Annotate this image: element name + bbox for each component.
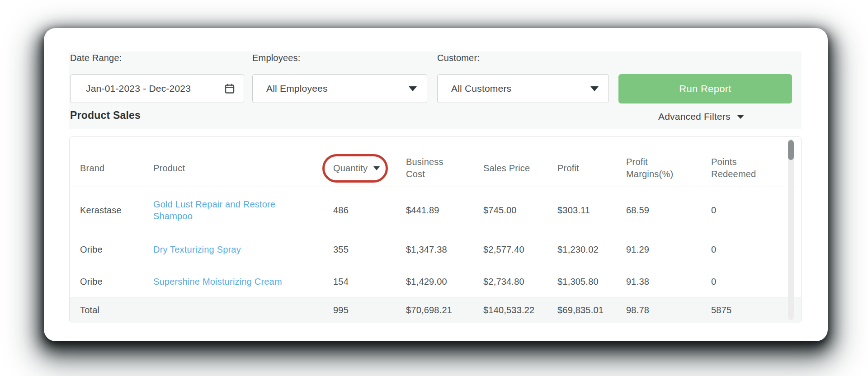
- column-header-sales-price: Sales Price: [483, 162, 557, 174]
- column-header-quantity: Quantity: [333, 162, 406, 174]
- table-scrollbar-thumb[interactable]: [788, 140, 794, 160]
- cell-sales-price: $2,734.80: [483, 276, 557, 287]
- table-row: Oribe Supershine Moisturizing Cream 154 …: [70, 266, 801, 297]
- advanced-filters-toggle[interactable]: Advanced Filters: [658, 111, 744, 122]
- page-title: Product Sales: [70, 109, 141, 122]
- cell-sales-price: $2,577.40: [483, 244, 557, 255]
- chevron-down-icon: [409, 86, 417, 91]
- cell-points-redeemed: 0: [711, 204, 780, 216]
- calendar-icon[interactable]: [225, 83, 235, 94]
- table-scrollbar-track[interactable]: [788, 139, 794, 320]
- cell-points-redeemed: 0: [711, 276, 780, 287]
- cell-quantity: 154: [333, 276, 406, 287]
- table-total-row: Total 995 $70,698.21 $140,533.22 $69,835…: [70, 297, 801, 323]
- cell-profit-margins: 91.29: [626, 244, 711, 255]
- cell-business-cost: $1,429.00: [406, 276, 483, 287]
- total-label: Total: [80, 304, 153, 316]
- cell-profit-margins: 68.59: [626, 204, 711, 216]
- employees-group: Employees: All Employees: [252, 53, 427, 103]
- column-header-profit: Profit: [557, 162, 626, 174]
- cell-profit: $1,230.02: [557, 244, 626, 255]
- quantity-sort-control[interactable]: Quantity: [333, 162, 380, 174]
- date-range-group: Date Range: Jan-01-2023 - Dec-2023: [70, 53, 244, 103]
- total-points-redeemed: 5875: [711, 304, 780, 316]
- total-business-cost: $70,698.21: [406, 304, 483, 316]
- quantity-header-label: Quantity: [333, 162, 368, 174]
- customer-group: Customer: All Customers: [437, 53, 609, 103]
- date-range-label: Date Range:: [70, 53, 244, 65]
- customer-select[interactable]: All Customers: [437, 74, 609, 103]
- cell-profit: $303.11: [557, 204, 626, 216]
- column-header-brand: Brand: [80, 162, 153, 174]
- run-report-button[interactable]: Run Report: [618, 74, 792, 103]
- cell-brand: Oribe: [80, 276, 153, 287]
- cell-sales-price: $745.00: [483, 204, 557, 216]
- column-header-points-redeemed: Points Redeemed: [711, 156, 780, 180]
- product-link[interactable]: Supershine Moisturizing Cream: [153, 276, 333, 287]
- cell-points-redeemed: 0: [711, 244, 780, 255]
- cell-brand: Kerastase: [80, 204, 153, 216]
- sort-caret-icon: [373, 166, 380, 170]
- product-sales-table: Brand Product Quantity Business Cost Sal…: [69, 136, 802, 323]
- chevron-down-icon: [590, 86, 599, 91]
- cell-quantity: 355: [333, 244, 406, 255]
- employees-label: Employees:: [252, 53, 427, 65]
- cell-brand: Oribe: [80, 244, 153, 255]
- employees-select[interactable]: All Employees: [252, 74, 427, 103]
- total-profit: $69,835.01: [557, 304, 626, 316]
- column-header-profit-margins: Profit Margins(%): [626, 156, 711, 180]
- table-header-row: Brand Product Quantity Business Cost Sal…: [70, 137, 801, 187]
- cell-business-cost: $1,347.38: [406, 244, 483, 255]
- date-range-input[interactable]: Jan-01-2023 - Dec-2023: [70, 74, 244, 103]
- product-link[interactable]: Dry Texturizing Spray: [153, 244, 333, 255]
- product-link[interactable]: Gold Lust Repair and Restore Shampoo: [153, 198, 333, 222]
- cell-profit-margins: 91.38: [626, 276, 711, 287]
- date-range-value: Jan-01-2023 - Dec-2023: [86, 83, 191, 94]
- advanced-filters-label: Advanced Filters: [658, 111, 731, 122]
- total-quantity: 995: [333, 304, 406, 316]
- cell-business-cost: $441.89: [406, 204, 483, 216]
- chevron-down-icon: [737, 115, 744, 119]
- table-row: Oribe Dry Texturizing Spray 355 $1,347.3…: [70, 233, 801, 266]
- page: Date Range: Jan-01-2023 - Dec-2023 Emplo…: [0, 0, 868, 376]
- customer-label: Customer:: [437, 53, 609, 65]
- column-header-business-cost: Business Cost: [406, 156, 483, 180]
- employees-selected-value: All Employees: [266, 83, 328, 94]
- total-sales-price: $140,533.22: [483, 304, 557, 316]
- total-profit-margins: 98.78: [626, 304, 711, 316]
- cell-quantity: 486: [333, 204, 406, 216]
- table-row: Kerastase Gold Lust Repair and Restore S…: [70, 187, 801, 233]
- report-window: Date Range: Jan-01-2023 - Dec-2023 Emplo…: [44, 28, 828, 341]
- column-header-product: Product: [153, 162, 333, 174]
- customer-selected-value: All Customers: [451, 83, 511, 94]
- cell-profit: $1,305.80: [557, 276, 626, 287]
